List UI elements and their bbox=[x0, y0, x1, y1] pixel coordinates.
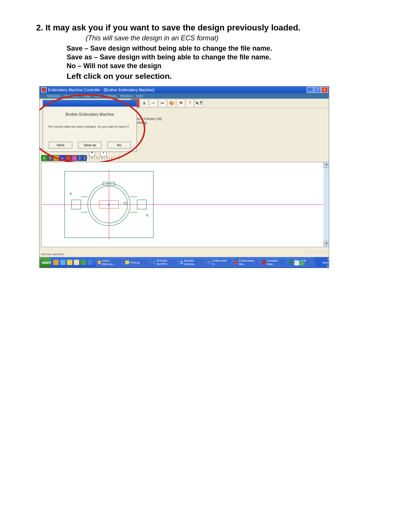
quicklaunch-icon[interactable] bbox=[53, 260, 59, 265]
needle-num: 9 bbox=[75, 155, 80, 160]
vertical-scrollbar[interactable]: ▲ ▼ bbox=[323, 162, 329, 247]
task-item[interactable]: PHONE SUPPO... bbox=[151, 258, 177, 267]
tray-day: Wednesday bbox=[323, 261, 329, 264]
needle-num: 3 bbox=[105, 155, 110, 160]
save-button[interactable]: Save bbox=[49, 142, 72, 149]
quick-launch bbox=[53, 260, 93, 265]
toolbar-help-icon[interactable]: ? bbox=[186, 99, 194, 107]
svg-point-15 bbox=[70, 193, 72, 195]
option-save: Save – Save design without being able to… bbox=[67, 45, 375, 53]
step-title: 2. It may ask you if you want to save th… bbox=[36, 23, 375, 33]
task-item[interactable]: 2 Adobe Rea... bbox=[260, 258, 287, 267]
system-tray[interactable]: 3:30 PM Wednesday 2/4/2009 bbox=[314, 257, 329, 268]
close-button[interactable]: ✕ bbox=[321, 87, 328, 93]
svg-rect-17 bbox=[124, 202, 126, 204]
color-swatch[interactable]: 8 bbox=[47, 155, 53, 161]
maximize-button[interactable]: ❐ bbox=[314, 87, 321, 93]
menubar: Machine Operation View Tool Settings Win… bbox=[40, 93, 329, 99]
quicklaunch-icon[interactable] bbox=[74, 260, 79, 265]
task-item[interactable]: Embroidery Ma... bbox=[233, 258, 260, 267]
app-icon bbox=[41, 87, 46, 93]
tray-icons bbox=[295, 261, 304, 265]
menu-item[interactable]: View bbox=[83, 94, 90, 98]
task-item[interactable]: 2 Microsoft O... bbox=[206, 258, 232, 267]
tray-icon[interactable] bbox=[295, 261, 299, 265]
saveas-button[interactable]: Save as bbox=[78, 142, 102, 149]
menu-item[interactable]: Window bbox=[120, 94, 132, 98]
task-item[interactable]: Inbox - Microso... bbox=[96, 258, 123, 267]
quicklaunch-icon[interactable] bbox=[88, 260, 93, 265]
toolbar-flag-icon[interactable]: ⚑ bbox=[177, 99, 185, 107]
no-button[interactable]: No bbox=[107, 142, 131, 149]
toolbar-palette-icon[interactable]: 🎨 bbox=[167, 99, 176, 107]
hoop-line1: ecs Tubular (All) bbox=[137, 117, 162, 121]
design-canvas[interactable]: E bbox=[41, 162, 327, 247]
svg-text:E: E bbox=[108, 203, 110, 207]
task-item[interactable]: Brother Interna... bbox=[178, 258, 205, 267]
menu-item[interactable]: Tool bbox=[94, 94, 100, 98]
color-swatch[interactable]: 7 bbox=[53, 155, 59, 161]
minimize-button[interactable]: _ bbox=[307, 87, 314, 93]
scroll-down-icon[interactable]: ▼ bbox=[323, 241, 329, 247]
dialog-message: The current data has been changed. Do yo… bbox=[48, 125, 137, 128]
statusbar-1: Normal operation bbox=[40, 252, 329, 257]
menu-item[interactable]: Help bbox=[136, 94, 143, 98]
screenshot: Embroidery Machine Controller - [Brother… bbox=[39, 86, 329, 268]
toolbar-scissors-icon[interactable]: ✂ bbox=[149, 99, 158, 107]
needle-num: 5 bbox=[95, 155, 100, 160]
tray-time: 3:30 PM bbox=[327, 257, 329, 261]
needle-num: 4 bbox=[100, 155, 105, 160]
start-button[interactable]: start bbox=[40, 257, 51, 268]
option-no: No – Will not save the design bbox=[67, 62, 375, 70]
needle-num: 1 bbox=[115, 155, 119, 160]
scroll-up-icon[interactable]: ▲ bbox=[323, 162, 329, 168]
color-swatch[interactable]: 6 bbox=[59, 155, 65, 161]
task-buttons: Inbox - Microso... Pricing PHONE SUPPO..… bbox=[96, 258, 314, 267]
step-action: Left click on your selection. bbox=[67, 72, 375, 81]
task-item[interactable]: Pricing bbox=[123, 258, 150, 267]
menu-item[interactable]: Operation bbox=[64, 94, 79, 98]
needle-numbers: 9 8 7 6 5 4 3 2 1 bbox=[75, 155, 119, 160]
tray-icon[interactable] bbox=[300, 261, 304, 265]
save-dialog: Brother Embroidery Machine The current d… bbox=[43, 100, 137, 152]
step-number: 2. bbox=[36, 23, 43, 32]
color-swatch[interactable]: 9 bbox=[41, 155, 47, 161]
needle-num: 2 bbox=[110, 155, 115, 160]
dialog-titlebar bbox=[43, 100, 137, 107]
step-note: (This will save the design in an ECS for… bbox=[86, 34, 375, 42]
needle-num: 8 bbox=[80, 155, 85, 160]
tray-date: 2/4/2009 bbox=[327, 264, 329, 268]
dialog-heading: Brother Embroidery Machine bbox=[43, 112, 137, 117]
toolbar-cut-icon[interactable]: ✂ bbox=[158, 99, 167, 107]
color-swatch[interactable]: 5 bbox=[65, 155, 72, 161]
app-title: Embroidery Machine Controller - [Brother… bbox=[48, 88, 155, 92]
menu-item[interactable]: Machine bbox=[47, 94, 60, 98]
quicklaunch-icon[interactable] bbox=[67, 260, 72, 265]
menu-item[interactable]: Settings bbox=[104, 94, 116, 98]
hoop-line2: 20deg. bbox=[137, 121, 162, 125]
quicklaunch-icon[interactable] bbox=[60, 260, 65, 265]
app-titlebar: Embroidery Machine Controller - [Brother… bbox=[40, 86, 329, 93]
needle-num: 6 bbox=[90, 155, 95, 160]
svg-point-16 bbox=[147, 214, 148, 216]
needle-num: 7 bbox=[85, 155, 90, 160]
quicklaunch-icon[interactable] bbox=[81, 260, 86, 265]
step-heading: It may ask you if you want to save the d… bbox=[45, 23, 300, 32]
toolbar-whatsthis-icon[interactable]: ↖? bbox=[195, 99, 203, 107]
hoop-info: ecs Tubular (All) 20deg. bbox=[137, 117, 162, 125]
toolbar-button[interactable]: ≡ bbox=[140, 99, 148, 107]
taskbar: start Inbox - Microso... Pricing PHONE S… bbox=[40, 257, 329, 268]
option-saveas: Save as – Save design with being able to… bbox=[67, 53, 375, 61]
